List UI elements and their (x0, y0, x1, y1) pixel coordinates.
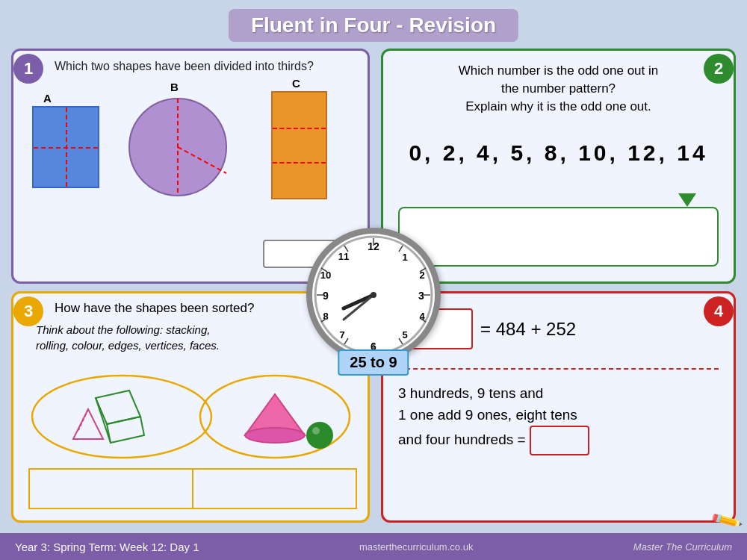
q4-equation-text: = 484 + 252 (480, 319, 576, 340)
q3-title-text: How have the shapes been sorted? (55, 301, 254, 316)
shape-a-rect (32, 106, 99, 188)
shape-c-rect (271, 91, 327, 199)
speech-bubble-tail (678, 193, 696, 207)
footer: Year 3: Spring Term: Week 12: Day 1 mast… (0, 533, 747, 560)
q2-number-sequence: 0, 2, 4, 5, 8, 10, 12, 14 (398, 140, 719, 166)
svg-text:11: 11 (338, 251, 349, 262)
q4-equation-area: = 484 + 252 (406, 308, 711, 349)
svg-point-12 (306, 422, 333, 449)
svg-text:5: 5 (402, 329, 407, 340)
clock-center (371, 292, 376, 298)
clock-face: 12 3 6 9 1 2 4 5 7 8 10 11 (306, 228, 441, 362)
question-number-4: 4 (704, 296, 734, 326)
q3-answer-cell-2[interactable] (193, 470, 356, 508)
shape-c-divider-2 (273, 162, 326, 164)
q3-ovals-area (25, 368, 361, 465)
footer-right-text: Master The Curriculum (633, 541, 732, 553)
svg-text:3: 3 (418, 290, 424, 302)
clock-svg: 12 3 6 9 1 2 4 5 7 8 10 11 (312, 234, 435, 356)
q4-bottom-text: 3 hundreds, 9 tens and 1 one add 9 ones,… (398, 383, 719, 455)
q2-question-text: Which number is the odd one out inthe nu… (413, 62, 704, 115)
svg-marker-7 (73, 409, 103, 439)
question-number-1: 1 (13, 54, 43, 84)
svg-point-3 (32, 376, 211, 458)
footer-left-text: Year 3: Spring Term: Week 12: Day 1 (15, 541, 199, 553)
svg-text:1: 1 (402, 252, 407, 263)
q1-question-text: Which two shapes have been divided into … (55, 60, 314, 73)
shape-a-container: A (32, 92, 99, 188)
svg-point-11 (245, 428, 305, 443)
q3-shapes-svg (25, 368, 361, 465)
shape-c-divider-1 (273, 128, 326, 129)
q3-answer-grid[interactable] (28, 468, 357, 509)
shape-c-label: C (292, 77, 327, 90)
q4-answer-box-bottom[interactable] (530, 426, 589, 455)
clock-container: 12 3 6 9 1 2 4 5 7 8 10 11 (299, 220, 448, 370)
q3-subtitle-text: Think about the following: stacking,roll… (36, 322, 220, 353)
svg-point-13 (312, 427, 320, 435)
question-number-3: 3 (13, 296, 43, 326)
footer-center-text: masterthecurriculum.co.uk (359, 541, 473, 553)
clock-time-label: 25 to 9 (338, 349, 409, 376)
shape-c-container: C (271, 77, 327, 199)
page-title: Fluent in Four - Revision (229, 9, 518, 42)
svg-marker-5 (107, 417, 144, 443)
svg-line-6 (96, 398, 111, 443)
shape-a-divider-v (66, 108, 67, 187)
question-number-2: 2 (704, 54, 734, 84)
svg-text:7: 7 (339, 329, 344, 340)
shape-a-label: A (43, 92, 99, 105)
q3-answer-cell-1[interactable] (30, 470, 193, 508)
svg-text:9: 9 (323, 290, 329, 302)
shape-b-label: B (170, 81, 230, 93)
shape-b-svg (125, 95, 230, 199)
shape-b-container: B (125, 81, 230, 199)
